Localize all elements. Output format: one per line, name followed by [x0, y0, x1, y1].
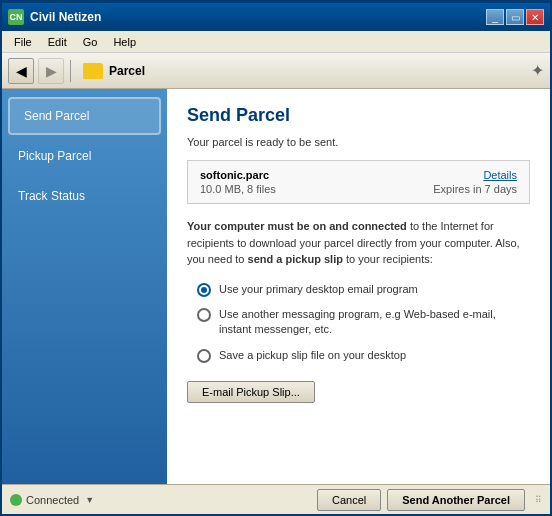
- status-dropdown-arrow[interactable]: ▼: [85, 495, 94, 505]
- send-another-parcel-button[interactable]: Send Another Parcel: [387, 489, 525, 511]
- info-text-bold2: send a pickup slip: [248, 253, 343, 265]
- cancel-button[interactable]: Cancel: [317, 489, 381, 511]
- info-text-part3: to your recipients:: [343, 253, 433, 265]
- radio-label-1: Use your primary desktop email program: [219, 282, 530, 297]
- radio-label-2: Use another messaging program, e.g Web-b…: [219, 307, 530, 338]
- parcel-expires: Expires in 7 days: [433, 183, 517, 195]
- title-bar-left: CN Civil Netizen: [8, 9, 101, 25]
- parcel-info-box: softonic.parc 10.0 MB, 8 files Details E…: [187, 160, 530, 204]
- parcel-meta: 10.0 MB, 8 files: [200, 183, 276, 195]
- page-title: Send Parcel: [187, 105, 530, 126]
- info-text-bold1: Your computer must be on and connected: [187, 220, 407, 232]
- toolbar: ◀ ▶ Parcel ✦: [2, 53, 550, 89]
- parcel-details-left: softonic.parc 10.0 MB, 8 files: [200, 169, 276, 195]
- content-subtitle: Your parcel is ready to be sent.: [187, 136, 530, 148]
- sidebar-item-pickup-parcel[interactable]: Pickup Parcel: [2, 137, 167, 175]
- forward-button[interactable]: ▶: [38, 58, 64, 84]
- main-window: CN Civil Netizen _ ▭ ✕ File Edit Go Help…: [0, 0, 552, 516]
- menu-bar: File Edit Go Help: [2, 31, 550, 53]
- back-button[interactable]: ◀: [8, 58, 34, 84]
- sidebar-item-track-status[interactable]: Track Status: [2, 177, 167, 215]
- resize-handle: ⠿: [535, 495, 542, 505]
- menu-file[interactable]: File: [6, 34, 40, 50]
- parcel-details-link[interactable]: Details: [433, 169, 517, 181]
- radio-button-1[interactable]: [197, 283, 211, 297]
- close-button[interactable]: ✕: [526, 9, 544, 25]
- radio-option-3[interactable]: Save a pickup slip file on your desktop: [197, 348, 530, 363]
- title-bar: CN Civil Netizen _ ▭ ✕: [2, 3, 550, 31]
- main-area: Send Parcel Pickup Parcel Track Status S…: [2, 89, 550, 484]
- minimize-button[interactable]: _: [486, 9, 504, 25]
- location-area: Parcel: [77, 61, 151, 81]
- status-right: Cancel Send Another Parcel ⠿: [317, 489, 542, 511]
- location-label: Parcel: [109, 64, 145, 78]
- radio-indicator-1: [201, 287, 207, 293]
- settings-icon[interactable]: ✦: [531, 61, 544, 80]
- window-controls: _ ▭ ✕: [486, 9, 544, 25]
- radio-button-3[interactable]: [197, 349, 211, 363]
- folder-icon: [83, 63, 103, 79]
- connection-status: Connected: [26, 494, 79, 506]
- menu-edit[interactable]: Edit: [40, 34, 75, 50]
- menu-help[interactable]: Help: [105, 34, 144, 50]
- status-bar: Connected ▼ Cancel Send Another Parcel ⠿: [2, 484, 550, 514]
- parcel-name: softonic.parc: [200, 169, 276, 181]
- window-title: Civil Netizen: [30, 10, 101, 24]
- status-left: Connected ▼: [10, 494, 94, 506]
- menu-go[interactable]: Go: [75, 34, 106, 50]
- connection-indicator: [10, 494, 22, 506]
- content-panel: Send Parcel Your parcel is ready to be s…: [167, 89, 550, 484]
- radio-button-2[interactable]: [197, 308, 211, 322]
- maximize-button[interactable]: ▭: [506, 9, 524, 25]
- radio-option-1[interactable]: Use your primary desktop email program: [197, 282, 530, 297]
- radio-option-2[interactable]: Use another messaging program, e.g Web-b…: [197, 307, 530, 338]
- email-pickup-slip-button[interactable]: E-mail Pickup Slip...: [187, 381, 315, 403]
- radio-label-3: Save a pickup slip file on your desktop: [219, 348, 530, 363]
- sidebar-item-send-parcel[interactable]: Send Parcel: [8, 97, 161, 135]
- info-text: Your computer must be on and connected t…: [187, 218, 530, 268]
- app-icon-text: CN: [10, 12, 23, 22]
- sidebar: Send Parcel Pickup Parcel Track Status: [2, 89, 167, 484]
- radio-group: Use your primary desktop email program U…: [187, 282, 530, 364]
- parcel-details-right: Details Expires in 7 days: [433, 169, 517, 195]
- toolbar-separator: [70, 60, 71, 82]
- app-icon: CN: [8, 9, 24, 25]
